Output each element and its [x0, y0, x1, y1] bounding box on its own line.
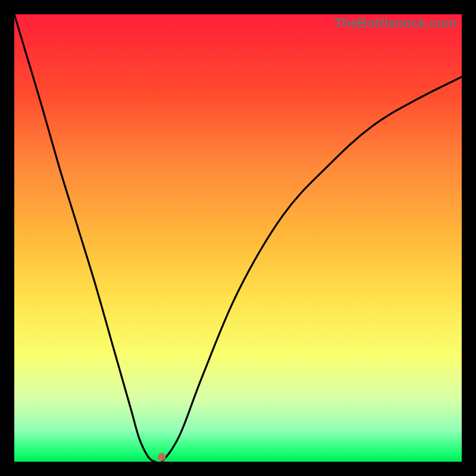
bottleneck-curve	[14, 14, 462, 462]
plot-area: TheBottleneck.com	[14, 14, 462, 462]
minimum-marker	[158, 453, 166, 461]
chart-frame: TheBottleneck.com	[0, 0, 476, 476]
